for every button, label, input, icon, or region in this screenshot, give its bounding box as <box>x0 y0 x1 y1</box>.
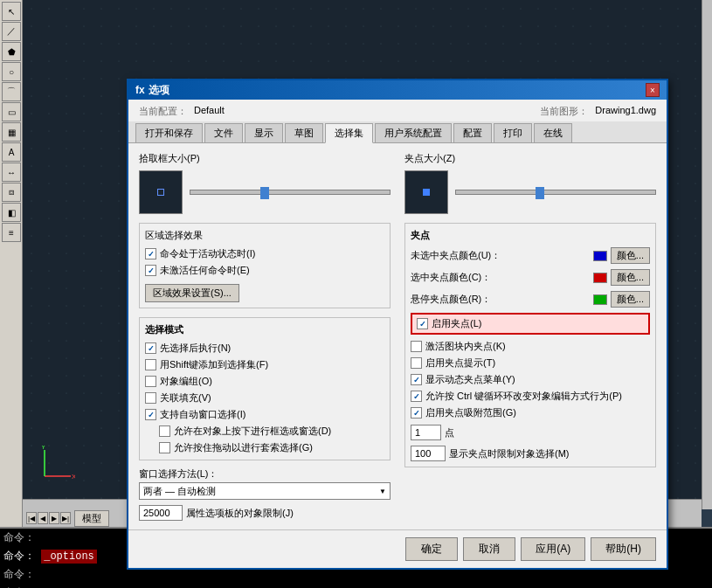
pickbox-thumb[interactable] <box>260 187 269 199</box>
block-grips-label: 激活图块内夹点(K) <box>425 340 506 353</box>
enable-grip-label: 启用夹点(L) <box>432 317 481 330</box>
limit-input[interactable] <box>411 446 446 461</box>
limit-row: 显示夹点时限制对象选择(M) <box>411 446 650 461</box>
grip-options-checks: 激活图块内夹点(K) 启用夹点提示(T) 显示动态夹点菜单(Y) <box>411 340 650 419</box>
press-drag-row: 对象编组(O) <box>145 375 384 388</box>
press-drag-cb[interactable] <box>145 376 156 387</box>
allow-press-up-cb[interactable] <box>159 425 170 437</box>
selection-effects-section: 区域选择效果 命令处于活动状态时(I) 未激活任何命令时(E) <box>139 223 391 308</box>
cmd-active-row: 命令处于活动状态时(I) <box>145 247 384 260</box>
effects-btn-row: 区域效果设置(S)... <box>145 284 384 302</box>
grip-tips-cb[interactable] <box>411 357 422 369</box>
preselect-label: 先选择后执行(N) <box>160 342 231 355</box>
assoc-hatch-label: 关联填充(V) <box>160 391 211 405</box>
left-panel: 拾取框大小(P) 区域选择效果 <box>139 152 391 521</box>
selection-modes-title: 选择模式 <box>145 323 384 336</box>
dialog-close-button[interactable]: × <box>646 83 660 97</box>
assoc-hatch-row: 关联填充(V) <box>145 391 384 405</box>
cmd-active-cb[interactable] <box>145 248 156 259</box>
grip-count-input[interactable] <box>411 425 441 440</box>
drawing-label: 当前图形： <box>540 105 588 118</box>
unselected-color-btn[interactable]: 颜色... <box>593 247 650 264</box>
grip-tips-label: 启用夹点提示(T) <box>425 356 495 370</box>
block-grips-cb[interactable] <box>411 341 422 352</box>
hover-color-btn[interactable]: 颜色... <box>593 291 650 308</box>
hover-swatch <box>593 294 607 305</box>
hover-color-label: 悬停夹点颜色(R)： <box>411 293 491 306</box>
dialog-overlay: fx 选项 × 当前配置： Default 当前图形： Drawing1.dwg… <box>0 0 712 588</box>
tab-profile[interactable]: 配置 <box>453 123 492 142</box>
tab-print[interactable]: 打印 <box>494 123 532 142</box>
unselected-color-label: 未选中夹点颜色(U)： <box>411 249 501 262</box>
ctrl-cycle-cb[interactable] <box>411 391 422 402</box>
tab-open-save[interactable]: 打开和保存 <box>135 123 203 142</box>
allow-press-up-label: 允许在对象上按下进行框选或窗选(D) <box>174 425 331 438</box>
enable-grip-cb[interactable] <box>417 318 428 329</box>
grip-thumb[interactable] <box>536 187 544 199</box>
grip-unit: 点 <box>445 426 454 439</box>
block-grips-row: 激活图块内夹点(K) <box>411 340 650 353</box>
tab-file[interactable]: 文件 <box>204 123 243 142</box>
right-panel: 夹点大小(Z) 夹点 <box>404 152 656 521</box>
cmd-inactive-cb[interactable] <box>145 265 156 276</box>
ctrl-cycle-label: 允许按 Ctrl 键循环环改变对象编辑方式行为(P) <box>425 390 622 403</box>
unselected-color-text[interactable]: 颜色... <box>611 247 650 264</box>
grip-box <box>404 170 448 214</box>
dialog-info-row: 当前配置： Default 当前图形： Drawing1.dwg <box>128 100 667 121</box>
allow-press-up-row: 允许在对象上按下进行框选或窗选(D) <box>145 425 384 438</box>
drawing-info: 当前图形： Drawing1.dwg <box>540 105 656 118</box>
cancel-button[interactable]: 取消 <box>463 537 515 561</box>
selected-color-text[interactable]: 颜色... <box>611 269 650 286</box>
hover-color-text[interactable]: 颜色... <box>611 291 650 308</box>
dialog-buttons: 确定 取消 应用(A) 帮助(H) <box>128 529 667 568</box>
selection-effects-checks: 命令处于活动状态时(I) 未激活任何命令时(E) 区域效果设置(S)... <box>145 247 384 302</box>
selection-effects-title: 区域选择效果 <box>145 229 384 242</box>
window-method-section: 窗口选择方法(L)： 两者 — 自动检测 ▼ <box>139 467 391 500</box>
grip-size-label: 夹点大小(Z) <box>404 152 656 165</box>
grip-slider[interactable] <box>455 190 656 195</box>
allow-lasso-cb[interactable] <box>159 442 170 453</box>
shift-add-cb[interactable] <box>145 359 156 370</box>
dialog-title-bar: fx 选项 × <box>128 80 667 100</box>
unselected-swatch <box>593 251 607 261</box>
tab-display[interactable]: 显示 <box>245 123 283 142</box>
property-count-input[interactable] <box>139 505 183 521</box>
profile-info: 当前配置： Default <box>139 105 225 118</box>
selection-modes-checks: 先选择后执行(N) 用Shift键添加到选择集(F) 对象编组(O) <box>145 342 384 454</box>
dialog-title: fx 选项 <box>135 83 169 98</box>
grip-slider-container <box>455 190 656 195</box>
auto-window-cb[interactable] <box>145 409 156 420</box>
apply-button[interactable]: 应用(A) <box>521 537 585 561</box>
pickbox-label: 拾取框大小(P) <box>139 152 391 165</box>
cmd-inactive-label: 未激活任何命令时(E) <box>160 264 250 277</box>
unselected-color-row: 未选中夹点颜色(U)： 颜色... <box>411 247 650 264</box>
help-button[interactable]: 帮助(H) <box>591 537 656 561</box>
grip-count-row: 点 <box>411 425 650 440</box>
dialog-content: 拾取框大小(P) 区域选择效果 <box>128 143 667 529</box>
selection-modes-section: 选择模式 先选择后执行(N) 用Shift键添加到选择集(F) <box>139 317 391 460</box>
allow-lasso-row: 允许按住拖动以进行套索选择(G) <box>145 441 384 454</box>
tab-selection[interactable]: 选择集 <box>325 123 373 143</box>
dynamic-menu-row: 显示动态夹点菜单(Y) <box>411 373 650 386</box>
dynamic-menu-cb[interactable] <box>411 374 422 385</box>
assoc-hatch-cb[interactable] <box>145 392 156 404</box>
tab-user-config[interactable]: 用户系统配置 <box>375 123 452 142</box>
grip-tips-row: 启用夹点提示(T) <box>411 356 650 370</box>
pickbox-slider[interactable] <box>190 190 391 195</box>
cmd-inactive-row: 未激活任何命令时(E) <box>145 264 384 277</box>
preselect-cb[interactable] <box>145 342 156 354</box>
ok-button[interactable]: 确定 <box>405 537 458 561</box>
window-method-dropdown[interactable]: 两者 — 自动检测 ▼ <box>139 482 391 500</box>
tab-online[interactable]: 在线 <box>534 123 572 142</box>
cmd-active-label: 命令处于活动状态时(I) <box>160 247 255 260</box>
effects-settings-btn[interactable]: 区域效果设置(S)... <box>145 284 239 302</box>
tab-drafting[interactable]: 草图 <box>285 123 323 142</box>
preselect-row: 先选择后执行(N) <box>145 342 384 355</box>
dialog-icon: fx <box>135 84 145 96</box>
options-dialog: fx 选项 × 当前配置： Default 当前图形： Drawing1.dwg… <box>127 79 668 570</box>
pickbox-square <box>157 189 164 196</box>
limit-label: 显示夹点时限制对象选择(M) <box>449 447 570 460</box>
grip-area-cb[interactable] <box>411 407 422 419</box>
selected-color-btn[interactable]: 颜色... <box>593 269 650 286</box>
pickbox-preview <box>139 170 391 214</box>
